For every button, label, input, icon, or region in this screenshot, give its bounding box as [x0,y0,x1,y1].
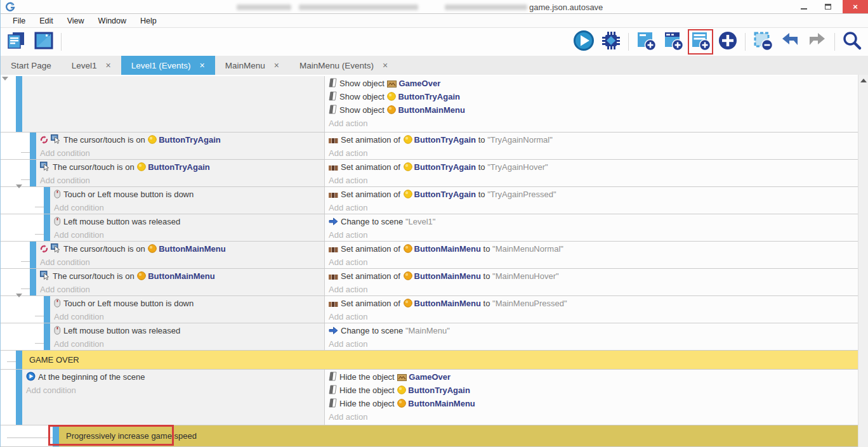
event-row[interactable]: Show object GameOverShow object ButtonTr… [1,76,858,133]
tab-level1-events-[interactable]: Level1 (Events)× [121,56,215,75]
action-line[interactable]: Hide the object ButtonTryAgain [325,384,858,397]
menu-window[interactable]: Window [91,15,133,27]
project-manager-button[interactable] [4,30,29,53]
comment-row[interactable]: GAME OVER [1,351,858,370]
redo-button[interactable] [805,30,829,53]
add-condition-button[interactable]: Add condition [36,283,324,295]
condition-line[interactable]: The cursor/touch is on ButtonMainMenu [36,269,324,283]
tab-mainmenu[interactable]: MainMenu× [215,56,289,75]
conditions-cell[interactable]: The cursor/touch is on ButtonTryAgainAdd… [36,160,324,186]
add-action-button[interactable]: Add action [325,410,858,424]
conditions-cell[interactable]: The cursor/touch is on ButtonMainMenuAdd… [36,242,324,268]
condition-line[interactable]: At the beginning of the scene [22,370,324,384]
actions-cell[interactable]: Set animation of ButtonMainMenu to "Main… [324,296,858,323]
add-condition-button[interactable]: Add condition [36,146,324,159]
comment-row[interactable]: Progressively increase game speed [1,425,858,447]
actions-cell[interactable]: Set animation of ButtonTryAgain to "TryA… [324,187,858,214]
add-action-button[interactable]: Add action [325,337,858,350]
restore-button[interactable] [819,0,838,13]
add-action-button[interactable]: Add action [325,310,858,323]
event-selection-bar[interactable] [44,323,50,350]
conditions-cell[interactable]: The cursor/touch is on ButtonMainMenuAdd… [36,269,324,295]
conditions-cell[interactable]: Left mouse button was releasedAdd condit… [50,214,324,241]
action-line[interactable]: Set animation of ButtonTryAgain to "TryA… [325,188,858,201]
conditions-cell[interactable]: Touch or Left mouse button is downAdd co… [50,296,324,323]
event-selection-bar[interactable] [44,187,50,214]
action-line[interactable]: Change to scene "Level1" [325,215,858,228]
action-line[interactable]: Hide the object ButtonMainMenu [325,397,858,410]
undo-button[interactable] [778,30,802,53]
event-row[interactable]: Touch or Left mouse button is downAdd co… [1,187,858,214]
event-row[interactable]: The cursor/touch is on ButtonMainMenuAdd… [1,242,858,269]
conditions-cell[interactable]: At the beginning of the sceneAdd conditi… [22,370,324,425]
menu-help[interactable]: Help [133,15,164,27]
scene-window-button[interactable] [32,30,56,53]
add-circle-button[interactable] [716,30,740,53]
conditions-cell[interactable] [22,76,324,132]
actions-cell[interactable]: Hide the object GameOverHide the object … [324,370,858,425]
tab-start-page[interactable]: Start Page [1,56,62,75]
tab-close-icon[interactable]: × [274,60,279,70]
event-selection-bar[interactable] [16,351,22,369]
scroll-up-icon[interactable] [860,79,867,82]
comment-text[interactable]: GAME OVER [22,351,858,369]
action-line[interactable]: Set animation of ButtonMainMenu to "Main… [325,297,858,310]
event-row[interactable]: Touch or Left mouse button is downAdd co… [1,296,858,323]
action-line[interactable]: Set animation of ButtonMainMenu to "Main… [325,242,858,256]
actions-cell[interactable]: Set animation of ButtonMainMenu to "Main… [324,242,858,268]
actions-cell[interactable]: Change to scene "Level1"Add action [324,214,858,241]
event-selection-bar[interactable] [30,133,36,159]
tab-level1[interactable]: Level1× [62,56,121,75]
condition-line[interactable]: Left mouse button was released [50,324,324,337]
tab-mainmenu-events-[interactable]: MainMenu (Events)× [289,56,398,75]
tab-close-icon[interactable]: × [383,60,388,70]
add-condition-button[interactable]: Add condition [36,174,324,186]
add-condition-button[interactable]: Add condition [36,256,324,268]
condition-line[interactable]: The cursor/touch is on ButtonTryAgain [36,133,324,146]
event-row[interactable]: The cursor/touch is on ButtonTryAgainAdd… [1,133,858,160]
actions-cell[interactable]: Change to scene "MainMenu"Add action [324,323,858,350]
vertical-scrollbar[interactable] [858,75,868,447]
condition-line[interactable]: Touch or Left mouse button is down [50,297,324,310]
event-selection-bar[interactable] [30,160,36,186]
add-condition-button[interactable]: Add condition [22,384,324,397]
add-condition-button[interactable]: Add condition [50,310,324,323]
event-row[interactable]: The cursor/touch is on ButtonMainMenuAdd… [1,269,858,296]
event-row[interactable]: Left mouse button was releasedAdd condit… [1,323,858,351]
collapse-arrow-icon[interactable] [2,77,8,81]
menu-view[interactable]: View [60,15,91,27]
actions-cell[interactable]: Set animation of ButtonTryAgain to "TryA… [324,133,858,159]
event-selection-bar[interactable] [44,214,50,241]
condition-line[interactable]: The cursor/touch is on ButtonTryAgain [36,160,324,174]
action-line[interactable]: Set animation of ButtonMainMenu to "Main… [325,269,858,283]
collapse-arrow-icon[interactable] [16,185,22,188]
conditions-cell[interactable]: Left mouse button was releasedAdd condit… [50,323,324,350]
conditions-cell[interactable]: Touch or Left mouse button is downAdd co… [50,187,324,214]
action-line[interactable]: Set animation of ButtonTryAgain to "TryA… [325,160,858,174]
event-selection-bar[interactable] [16,76,22,132]
add-action-button[interactable]: Add action [325,117,858,130]
add-action-button[interactable]: Add action [325,174,858,186]
search-button[interactable] [840,30,864,53]
event-row[interactable]: The cursor/touch is on ButtonTryAgainAdd… [1,160,858,187]
comment-text[interactable]: Progressively increase game speed [59,425,858,446]
event-selection-bar[interactable] [30,242,36,268]
play-button[interactable] [572,30,596,53]
event-selection-bar[interactable] [53,425,59,446]
action-line[interactable]: Show object GameOver [325,77,858,90]
tab-close-icon[interactable]: × [200,60,205,70]
add-condition-button[interactable]: Add condition [50,228,324,241]
action-line[interactable]: Show object ButtonMainMenu [325,103,858,117]
add-action-button[interactable]: Add action [325,228,858,241]
add-action-button[interactable]: Add action [325,201,858,214]
condition-line[interactable]: Touch or Left mouse button is down [50,188,324,201]
add-action-button[interactable]: Add action [325,256,858,268]
action-line[interactable]: Hide the object GameOver [325,370,858,384]
action-line[interactable]: Change to scene "MainMenu" [325,324,858,337]
condition-line[interactable]: The cursor/touch is on ButtonMainMenu [36,242,324,256]
action-line[interactable]: Show object ButtonTryAgain [325,90,858,103]
event-selection-bar[interactable] [30,269,36,295]
add-action-button[interactable]: Add action [325,146,858,159]
event-selection-bar[interactable] [44,296,50,323]
add-action-button[interactable]: Add action [325,283,858,295]
